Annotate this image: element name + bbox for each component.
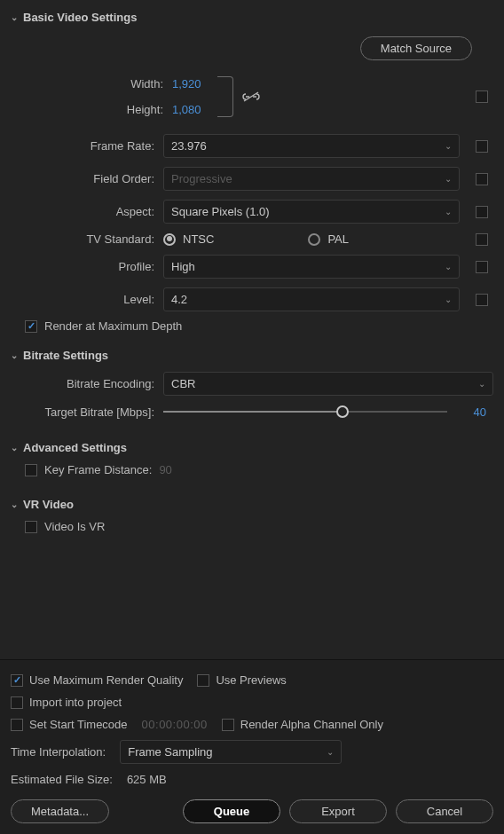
render-max-depth-checkbox[interactable] — [25, 320, 37, 333]
chevron-down-icon: ⌄ — [11, 500, 18, 509]
chevron-down-icon: ⌄ — [445, 141, 452, 151]
queue-button[interactable]: Queue — [183, 799, 280, 823]
import-into-project-checkbox[interactable]: Import into project — [11, 696, 122, 709]
chevron-down-icon: ⌄ — [445, 207, 452, 216]
target-bitrate-slider[interactable] — [163, 405, 447, 419]
section-vr[interactable]: ⌄ VR Video — [11, 494, 493, 515]
field-order-dropdown[interactable]: Progressive ⌄ — [163, 167, 460, 191]
key-frame-distance-label: Key Frame Distance: — [44, 463, 152, 476]
ntsc-label: NTSC — [183, 232, 214, 246]
tv-standard-label: TV Standard: — [11, 232, 163, 246]
level-dropdown[interactable]: 4.2 ⌄ — [163, 287, 460, 311]
ntsc-radio[interactable] — [163, 233, 176, 246]
est-size-label: Estimated File Size: — [11, 773, 113, 786]
section-title: Basic Video Settings — [23, 11, 137, 24]
field-order-label: Field Order: — [11, 172, 163, 185]
pal-label: PAL — [327, 232, 349, 246]
profile-dropdown[interactable]: High ⌄ — [163, 255, 460, 279]
key-frame-distance-checkbox[interactable] — [25, 464, 37, 476]
unlink-icon[interactable] — [242, 90, 260, 103]
bitrate-encoding-dropdown[interactable]: CBR ⌄ — [163, 372, 493, 396]
chevron-down-icon: ⌄ — [11, 443, 18, 452]
chevron-down-icon: ⌄ — [327, 747, 334, 757]
render-alpha-only-checkbox[interactable]: Render Alpha Channel Only — [222, 718, 383, 731]
bitrate-encoding-label: Bitrate Encoding: — [11, 377, 163, 390]
timecode-value: 00:00:00:00 — [142, 718, 208, 731]
use-previews-checkbox[interactable]: Use Previews — [197, 673, 286, 687]
export-button[interactable]: Export — [289, 799, 387, 823]
tv-match-checkbox[interactable] — [476, 233, 488, 246]
width-label: Width: — [130, 77, 163, 90]
target-bitrate-label: Target Bitrate [Mbps]: — [11, 405, 163, 419]
height-label: Height: — [127, 103, 163, 116]
section-advanced[interactable]: ⌄ Advanced Settings — [11, 437, 493, 458]
height-input[interactable]: 1,080 — [172, 103, 201, 116]
pal-radio[interactable] — [308, 233, 320, 246]
bracket-link-icon — [217, 76, 233, 117]
video-is-vr-label: Video Is VR — [44, 520, 105, 533]
section-title: VR Video — [23, 498, 74, 511]
set-start-timecode-checkbox[interactable]: Set Start Timecode — [11, 718, 128, 731]
field-order-match-checkbox[interactable] — [476, 173, 488, 185]
aspect-label: Aspect: — [11, 205, 163, 218]
wh-match-checkbox[interactable] — [476, 90, 488, 103]
section-basic-video[interactable]: ⌄ Basic Video Settings — [11, 7, 493, 28]
use-max-quality-checkbox[interactable]: Use Maximum Render Quality — [11, 673, 183, 687]
chevron-down-icon: ⌄ — [445, 262, 452, 271]
profile-match-checkbox[interactable] — [476, 261, 488, 273]
frame-rate-dropdown[interactable]: 23.976 ⌄ — [163, 134, 460, 158]
cancel-button[interactable]: Cancel — [396, 799, 493, 823]
video-is-vr-checkbox[interactable] — [25, 521, 37, 533]
render-max-depth-label: Render at Maximum Depth — [44, 319, 182, 333]
chevron-down-icon: ⌄ — [478, 379, 485, 389]
level-match-checkbox[interactable] — [476, 294, 488, 306]
match-source-button[interactable]: Match Source — [360, 36, 472, 60]
target-bitrate-value[interactable]: 40 — [454, 405, 493, 419]
aspect-match-checkbox[interactable] — [476, 206, 488, 218]
level-label: Level: — [11, 293, 163, 306]
frame-rate-match-checkbox[interactable] — [476, 140, 488, 153]
width-input[interactable]: 1,920 — [172, 77, 201, 90]
key-frame-distance-value: 90 — [159, 463, 171, 476]
chevron-down-icon: ⌄ — [11, 350, 18, 360]
chevron-down-icon: ⌄ — [11, 12, 18, 22]
time-interp-label: Time Interpolation: — [11, 745, 106, 759]
aspect-dropdown[interactable]: Square Pixels (1.0) ⌄ — [163, 200, 460, 224]
chevron-down-icon: ⌄ — [445, 174, 452, 184]
chevron-down-icon: ⌄ — [445, 295, 452, 304]
frame-rate-label: Frame Rate: — [11, 139, 163, 153]
section-bitrate[interactable]: ⌄ Bitrate Settings — [11, 345, 493, 366]
section-title: Bitrate Settings — [23, 349, 108, 362]
metadata-button[interactable]: Metadata... — [11, 799, 109, 823]
profile-label: Profile: — [11, 260, 163, 273]
section-title: Advanced Settings — [23, 441, 127, 454]
est-size-value: 625 MB — [127, 773, 167, 786]
time-interp-dropdown[interactable]: Frame Sampling ⌄ — [120, 740, 342, 764]
